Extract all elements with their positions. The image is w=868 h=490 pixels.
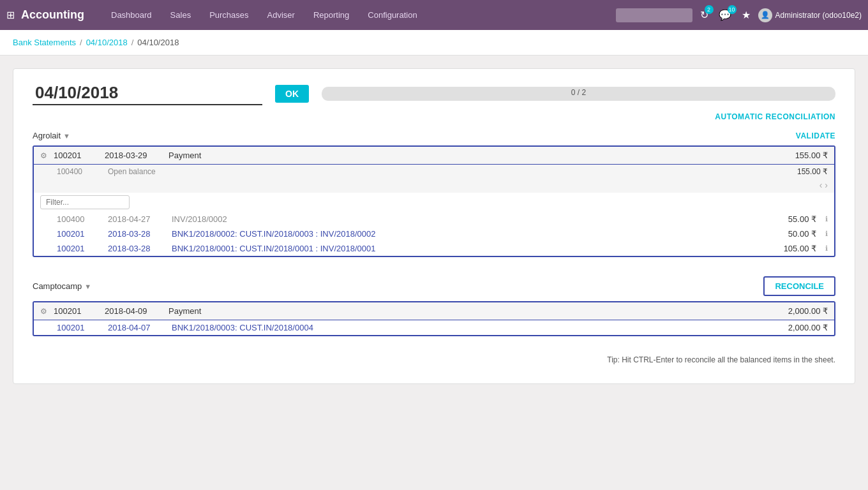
match-id-1[interactable]: 100201 — [57, 229, 101, 239]
camptocamp-match-id[interactable]: 100201 — [57, 323, 101, 332]
match-desc-1[interactable]: BNK1/2018/0002: CUST.IN/2018/0003 : INV/… — [172, 229, 759, 239]
breadcrumb-current: 04/10/2018 — [137, 38, 179, 47]
updates-badge: 2 — [705, 5, 714, 14]
match-desc-2[interactable]: BNK1/2018/0001: CUST.IN/2018/0001 : INV/… — [172, 244, 759, 253]
nav-arrows-agrolait: ‹ › — [34, 179, 834, 193]
txn-amount: 155.00 ₹ — [777, 151, 828, 160]
section-camptocamp: Camptocamp ▼ RECONCILE ⚙ 100201 2018-04-… — [33, 276, 835, 336]
main-content: OK 0 / 2 AUTOMATIC RECONCILIATION Agrola… — [0, 56, 868, 397]
next-arrow[interactable]: › — [825, 180, 828, 190]
match-info-icon-2[interactable]: ℹ — [825, 244, 828, 253]
breadcrumb-date1[interactable]: 04/10/2018 — [86, 38, 128, 47]
nav-purchases[interactable]: Purchases — [202, 6, 256, 24]
tip-row: Tip: Hit CTRL-Enter to reconcile all the… — [33, 355, 835, 364]
partner-name-agrolait: Agrolait — [33, 131, 61, 140]
camptocamp-match-row: 100201 2018-04-07 BNK1/2018/0003: CUST.I… — [34, 320, 834, 335]
star-btn[interactable]: ★ — [739, 8, 753, 22]
filter-input[interactable] — [40, 195, 130, 209]
camptocamp-match-amount: 2,000.00 ₹ — [777, 323, 828, 332]
open-balance-label: Open balance — [108, 167, 770, 176]
statement-date-input[interactable] — [33, 82, 262, 105]
camptocamp-match-date: 2018-04-07 — [108, 323, 165, 332]
camptocamp-txn-box: ⚙ 100201 2018-04-09 Payment 2,000.00 ₹ 1… — [33, 301, 835, 336]
match-row-1: 100201 2018-03-28 BNK1/2018/0002: CUST.I… — [34, 226, 834, 241]
match-desc-0: INV/2018/0002 — [172, 214, 759, 224]
auto-reconcile-link[interactable]: AUTOMATIC RECONCILIATION — [715, 112, 835, 121]
txn-desc: Payment — [168, 151, 770, 160]
topnav-menu: Dashboard Sales Purchases Adviser Report… — [103, 6, 616, 24]
auto-reconcile-row: AUTOMATIC RECONCILIATION — [33, 112, 835, 121]
match-row-0: 100400 2018-04-27 INV/2018/0002 55.00 ₹ … — [34, 212, 834, 226]
match-amount-0: 55.00 ₹ — [765, 214, 816, 224]
partner-dropdown-arrow: ▼ — [63, 132, 70, 140]
breadcrumb-bank-statements[interactable]: Bank Statements — [13, 38, 76, 47]
prev-arrow[interactable]: ‹ — [819, 180, 823, 190]
partner-select-agrolait[interactable]: Agrolait ▼ — [33, 131, 70, 140]
txn-date-2: 2018-04-09 — [105, 306, 162, 316]
avatar: 👤 — [758, 8, 772, 22]
breadcrumb-sep-1: / — [80, 38, 82, 47]
agrolait-txn-box: ⚙ 100201 2018-03-29 Payment 155.00 ₹ 100… — [33, 145, 835, 257]
breadcrumb: Bank Statements / 04/10/2018 / 04/10/201… — [0, 30, 868, 56]
topnav-search[interactable] — [616, 8, 692, 22]
section-camptocamp-header: Camptocamp ▼ RECONCILE — [33, 276, 835, 296]
nav-dashboard[interactable]: Dashboard — [103, 6, 160, 24]
match-info-icon-1[interactable]: ℹ — [825, 230, 828, 238]
updates-btn[interactable]: ↻ 2 — [698, 8, 711, 22]
txn-gear-icon-2[interactable]: ⚙ — [40, 307, 47, 316]
txn-amount-2: 2,000.00 ₹ — [777, 306, 828, 316]
nav-configuration[interactable]: Configuration — [360, 6, 424, 24]
match-date-1: 2018-03-28 — [108, 229, 165, 239]
tip-text: Tip: Hit CTRL-Enter to reconcile all the… — [607, 355, 835, 364]
match-amount-1: 50.00 ₹ — [765, 229, 816, 239]
match-date-0: 2018-04-27 — [108, 214, 165, 224]
partner-select-camptocamp[interactable]: Camptocamp ▼ — [33, 281, 91, 291]
camptocamp-txn-row: ⚙ 100201 2018-04-09 Payment 2,000.00 ₹ — [34, 302, 834, 320]
reconciliation-card: OK 0 / 2 AUTOMATIC RECONCILIATION Agrola… — [13, 68, 855, 384]
txn-id: 100201 — [54, 151, 98, 160]
messages-btn[interactable]: 💬 10 — [716, 8, 734, 22]
partner-dropdown-arrow-2: ▼ — [84, 283, 91, 290]
agrolait-txn-row: ⚙ 100201 2018-03-29 Payment 155.00 ₹ — [34, 147, 834, 164]
nav-sales[interactable]: Sales — [163, 6, 199, 24]
section-agrolait-header: Agrolait ▼ VALIDATE — [33, 131, 835, 140]
messages-badge: 10 — [728, 5, 737, 14]
user-menu[interactable]: 👤 Administrator (odoo10e2) — [758, 8, 862, 22]
breadcrumb-sep-2: / — [131, 38, 134, 47]
open-balance-amount: 155.00 ₹ — [777, 167, 828, 176]
grid-icon[interactable]: ⊞ — [6, 9, 15, 21]
topnav: ⊞ Accounting Dashboard Sales Purchases A… — [0, 0, 868, 30]
nav-adviser[interactable]: Adviser — [260, 6, 303, 24]
match-info-icon-0[interactable]: ℹ — [825, 215, 828, 223]
partner-name-camptocamp: Camptocamp — [33, 281, 82, 291]
progress-label: 0 / 2 — [571, 88, 586, 97]
open-balance-id: 100400 — [57, 167, 101, 176]
match-row-2: 100201 2018-03-28 BNK1/2018/0001: CUST.I… — [34, 241, 834, 256]
app-name: Accounting — [21, 8, 84, 22]
validate-link[interactable]: VALIDATE — [796, 131, 835, 140]
txn-desc-2: Payment — [168, 306, 770, 316]
section-agrolait: Agrolait ▼ VALIDATE ⚙ 100201 2018-03-29 … — [33, 131, 835, 257]
txn-id-2: 100201 — [54, 306, 98, 316]
ok-button[interactable]: OK — [275, 85, 309, 103]
txn-date: 2018-03-29 — [105, 151, 162, 160]
card-header-row: OK 0 / 2 — [33, 82, 835, 105]
nav-reporting[interactable]: Reporting — [306, 6, 357, 24]
progress-container: 0 / 2 — [322, 87, 835, 101]
topnav-right: ↻ 2 💬 10 ★ 👤 Administrator (odoo10e2) — [616, 8, 862, 22]
reconcile-button[interactable]: RECONCILE — [763, 276, 835, 296]
user-label: Administrator (odoo10e2) — [775, 11, 862, 20]
camptocamp-match-desc[interactable]: BNK1/2018/0003: CUST.IN/2018/0004 — [172, 323, 770, 332]
match-id-0: 100400 — [57, 214, 101, 224]
match-id-2[interactable]: 100201 — [57, 244, 101, 253]
open-balance-row: 100400 Open balance 155.00 ₹ — [34, 165, 834, 179]
match-date-2: 2018-03-28 — [108, 244, 165, 253]
txn-gear-icon[interactable]: ⚙ — [40, 151, 47, 160]
match-amount-2: 105.00 ₹ — [765, 244, 816, 253]
